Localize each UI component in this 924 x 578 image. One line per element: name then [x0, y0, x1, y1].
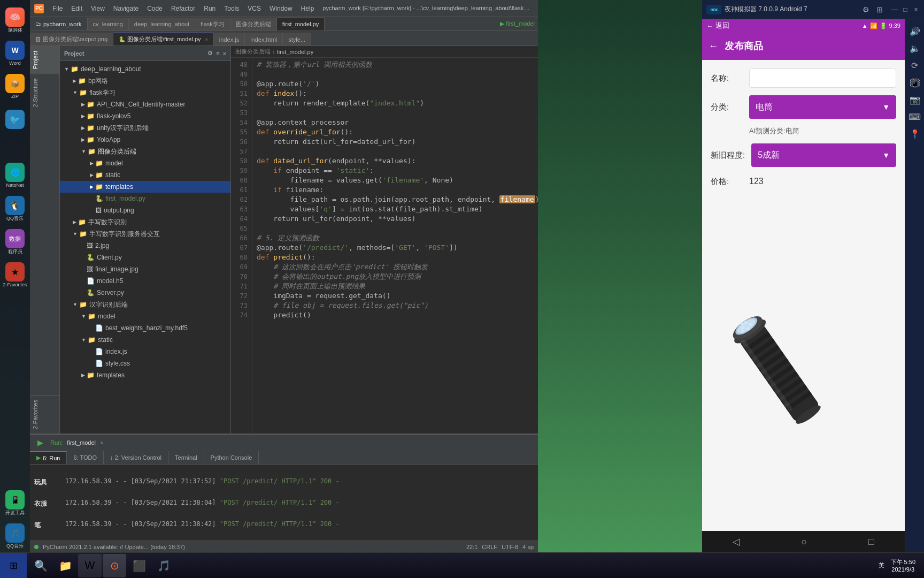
sidebar-icon-app1[interactable]: 📱 开发工具: [2, 487, 28, 519]
android-back-area[interactable]: ← 返回: [706, 21, 729, 31]
sidebar-icon-word[interactable]: W Word: [2, 37, 28, 70]
run-close-btn[interactable]: ×: [100, 439, 103, 446]
panel-tab-favorites[interactable]: 2-Favorites: [30, 395, 59, 434]
nox-close-btn[interactable]: ×: [912, 6, 920, 13]
name-input[interactable]: [749, 69, 896, 88]
menu-navigate[interactable]: Navigate: [109, 0, 143, 17]
sidebar-icon-zip[interactable]: 📦 ZIP: [2, 71, 28, 103]
code-content[interactable]: # 装饰器，第个url 调用相关的函数 @app.route('/') def …: [252, 58, 538, 434]
run-config-btn[interactable]: ▶ first_model: [497, 17, 538, 31]
nox-shake-btn[interactable]: 📳: [907, 75, 922, 90]
sidebar-icon-network[interactable]: 🌐 NatoNet: [2, 159, 28, 192]
taskbar-pycharm[interactable]: ⊙: [103, 554, 126, 577]
menu-refactor[interactable]: Refactor: [167, 0, 199, 17]
tree-item[interactable]: ▼📁 flask学习: [60, 87, 230, 98]
sidebar-icon-naodongti[interactable]: 🧠 脑洞体: [2, 4, 28, 36]
tree-item[interactable]: ▶🖼 final_image.jpg: [60, 263, 230, 275]
dir-tab-deep[interactable]: deep_learning_about: [129, 18, 195, 31]
category-select[interactable]: 电筒 ▼: [749, 95, 896, 119]
sidebar-icon-qq-music[interactable]: 🎵 QQ音乐: [2, 520, 28, 552]
nox-settings-btn[interactable]: ⚙: [860, 4, 872, 16]
tree-item[interactable]: ▶📁 model: [60, 157, 230, 169]
run-play-btn[interactable]: ▶: [34, 437, 46, 448]
nox-volume-down-btn[interactable]: 🔈: [907, 41, 922, 56]
app-back-btn[interactable]: ←: [709, 41, 718, 52]
nox-rotate-btn[interactable]: ⟳: [907, 58, 922, 73]
tree-item[interactable]: ▶🖼 2.jpg: [60, 240, 230, 252]
nox-maximize-btn[interactable]: □: [902, 6, 909, 13]
file-tab-indexjs[interactable]: index.js: [214, 33, 245, 45]
sidebar-icon-data[interactable]: 数据 程序员: [2, 226, 28, 258]
taskbar-qq-music[interactable]: 🎵: [152, 554, 175, 577]
tree-item-templates[interactable]: ▶📁 templates: [60, 181, 230, 193]
dir-tab-flask[interactable]: flask学习: [195, 18, 230, 31]
tree-item[interactable]: ▶🐍 Server.py: [60, 287, 230, 299]
tree-item[interactable]: ▶🐍 Client.py: [60, 252, 230, 263]
menu-view[interactable]: View: [87, 0, 109, 17]
bottom-tab-python-console[interactable]: Python Console: [204, 451, 259, 464]
tree-item[interactable]: ▶📄 best_weights_hanzi_my.hdf5: [60, 322, 230, 334]
tree-item[interactable]: ▶📁 API_CNN_Cell_Identify-master: [60, 98, 230, 110]
file-tab-firstmodel[interactable]: 🐍图像分类后端\first_model.py ×: [113, 33, 214, 45]
menu-tools[interactable]: Tools: [220, 0, 243, 17]
tree-item[interactable]: ▶📄 model.h5: [60, 275, 230, 287]
panel-tab-project[interactable]: Project: [30, 46, 59, 73]
menu-edit[interactable]: Edit: [67, 0, 87, 17]
tree-item[interactable]: ▶📁 static: [60, 169, 230, 181]
sidebar-icon-bird[interactable]: 🐦: [2, 104, 28, 136]
project-collapse-btn[interactable]: ≡: [216, 50, 219, 57]
dir-tab-image[interactable]: 图像分类后端: [230, 18, 277, 31]
menu-run[interactable]: Run: [199, 0, 220, 17]
tree-item[interactable]: ▶📄 index.js: [60, 346, 230, 358]
tree-item[interactable]: ▶📁 YoloApp: [60, 134, 230, 146]
tree-item[interactable]: ▶📁 flask-yolov5: [60, 110, 230, 122]
project-close-btn[interactable]: ×: [223, 50, 226, 57]
nav-home-btn[interactable]: ○: [802, 536, 807, 547]
tree-item[interactable]: ▼📁 static: [60, 334, 230, 346]
sidebar-icon-qq[interactable]: 🐧 QQ音乐: [2, 193, 28, 225]
tree-item[interactable]: ▼📁 手写数字识别服务器交互: [60, 228, 230, 240]
tree-item[interactable]: ▼📁 deep_learning_about: [60, 63, 230, 75]
taskbar-terminal[interactable]: ⬛: [127, 554, 151, 577]
nox-keyboard-btn[interactable]: ⌨: [907, 109, 922, 124]
nav-back-btn[interactable]: ◁: [733, 536, 740, 547]
project-settings-btn[interactable]: ⚙: [207, 50, 213, 57]
tree-item[interactable]: ▶📁 手写数字识别: [60, 216, 230, 228]
file-tab-indexhtml[interactable]: index.html: [245, 33, 283, 45]
menu-vcs[interactable]: VCS: [243, 0, 265, 17]
tree-item[interactable]: ▼📁 图像分类后端: [60, 146, 230, 157]
tree-item-templates2[interactable]: ▶📁 templates: [60, 369, 230, 381]
taskbar-word[interactable]: W: [78, 554, 102, 577]
bottom-tab-terminal[interactable]: Terminal: [168, 451, 204, 464]
dir-tab-pycharm[interactable]: 🗂pycharm_work: [30, 18, 88, 31]
nav-recents-btn[interactable]: □: [868, 536, 874, 547]
tree-item[interactable]: ▼📁 model: [60, 310, 230, 322]
tree-item-firstmodel[interactable]: ▶🐍 first_model.py: [60, 193, 230, 204]
menu-code[interactable]: Code: [143, 0, 167, 17]
bottom-tab-version[interactable]: ↕ 2: Version Control: [104, 451, 168, 464]
nox-volume-up-btn[interactable]: 🔊: [907, 24, 922, 39]
tree-item[interactable]: ▼📁 汉字识别后端: [60, 299, 230, 310]
taskbar-search[interactable]: 🔍: [29, 554, 52, 577]
panel-tab-structure[interactable]: 2-Structure: [30, 73, 59, 111]
start-button[interactable]: ⊞: [0, 553, 27, 579]
taskbar-file-explorer[interactable]: 📁: [53, 554, 77, 577]
nox-location-btn[interactable]: 📍: [907, 126, 922, 141]
tree-item[interactable]: ▶📄 style.css: [60, 358, 230, 369]
tree-item[interactable]: ▶📁 unity汉字识别后端: [60, 122, 230, 134]
menu-file[interactable]: File: [48, 0, 67, 17]
file-tab-style[interactable]: style...: [283, 33, 311, 45]
tree-item[interactable]: ▶🖼 output.png: [60, 204, 230, 216]
dir-tab-model[interactable]: first_model.py: [277, 18, 325, 31]
bottom-tab-run[interactable]: ▶ 6: Run: [30, 451, 67, 464]
condition-select[interactable]: 5成新 ▼: [751, 143, 896, 167]
nox-minimize-btn[interactable]: —: [891, 6, 898, 13]
menu-help[interactable]: Help: [297, 0, 319, 17]
menu-window[interactable]: Window: [265, 0, 297, 17]
dir-tab-cv[interactable]: cv_learning: [88, 18, 129, 31]
nox-screenshot-btn[interactable]: 📷: [907, 92, 922, 107]
file-tab-output[interactable]: 🖼图像分类后端\output.png: [30, 33, 113, 45]
sidebar-icon-favorites[interactable]: ★ 2-Favorites: [2, 259, 28, 291]
bottom-tab-todo[interactable]: 6: TODO: [67, 451, 104, 464]
nox-multi-btn[interactable]: ⊞: [874, 4, 886, 16]
